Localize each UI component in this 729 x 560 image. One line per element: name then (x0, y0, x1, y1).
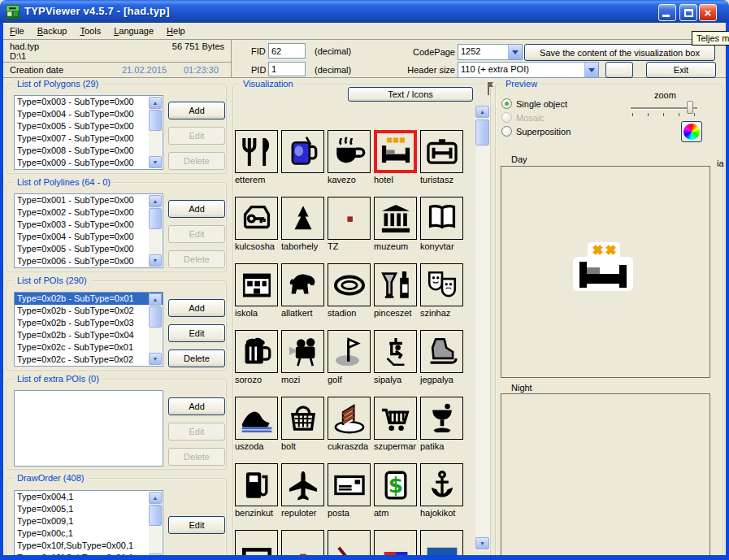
icon-atm[interactable]: $ (374, 463, 417, 506)
pois-listbox[interactable]: Type=0x02b - SubType=0x01Type=0x02b - Su… (14, 292, 163, 367)
icon-mug[interactable] (281, 130, 324, 173)
extra-pois-listbox[interactable] (14, 390, 163, 467)
scroll-up-button[interactable]: ▲ (475, 106, 489, 118)
menu-help[interactable]: Help (160, 24, 192, 38)
codepage-select[interactable]: 1252 (458, 44, 523, 60)
radio-superposition[interactable] (501, 126, 512, 137)
list-item[interactable]: Type=0x10f,SubType=0x00,1 (15, 540, 163, 552)
icon-repuloter[interactable] (281, 463, 324, 506)
add-button[interactable]: Add (168, 200, 225, 218)
add-button[interactable]: Add (168, 397, 225, 415)
scroll-down-button[interactable]: ▼ (149, 353, 162, 365)
icon-tz[interactable] (328, 197, 371, 240)
menu-tools[interactable]: Tools (73, 24, 107, 38)
list-item[interactable]: Type=0x02b - SubType=0x02 (15, 305, 163, 317)
list-item[interactable]: Type=0x002 - SubType=0x00 (15, 206, 163, 219)
delete-button[interactable]: Delete (168, 349, 225, 367)
icon-jegpalya[interactable] (420, 330, 463, 373)
scroll-thumb[interactable] (149, 306, 162, 328)
scroll-up-button[interactable]: ▲ (149, 195, 162, 207)
list-item[interactable]: Type=0x02b - SubType=0x01 (15, 293, 163, 305)
icon-sorozo[interactable] (235, 330, 278, 373)
icon-szinhaz[interactable] (420, 263, 463, 306)
menu-file[interactable]: File (3, 24, 31, 38)
scroll-down-button[interactable]: ▼ (149, 254, 162, 267)
icon-bolt[interactable] (281, 397, 324, 440)
list-item[interactable]: Type=0x00c,1 (15, 527, 163, 540)
chevron-down-icon[interactable] (508, 45, 522, 59)
icon-kavezo[interactable] (328, 130, 371, 173)
color-picker-button[interactable] (681, 121, 702, 142)
menu-backup[interactable]: Backup (31, 24, 74, 38)
list-item[interactable]: Type=0x001 - SubType=0x00 (15, 194, 163, 206)
chevron-down-icon[interactable] (584, 63, 598, 77)
icon-golf[interactable] (328, 330, 371, 373)
scroll-up-button[interactable]: ▲ (149, 492, 162, 504)
icon-konyvtar[interactable] (420, 197, 463, 240)
icon-patika[interactable] (420, 397, 463, 440)
headersize-extra-button[interactable] (605, 62, 633, 78)
icon-hajokikot[interactable] (420, 463, 463, 506)
list-item[interactable]: Type=0x02c - SubType=0x01 (15, 341, 163, 354)
fid-input[interactable] (268, 43, 306, 59)
scrollbar[interactable]: ▲▼ (149, 97, 162, 168)
headersize-select[interactable]: 110 (+ extra POI) (458, 62, 599, 78)
icon-benzinkut[interactable] (235, 463, 278, 506)
icon-uszoda[interactable] (235, 397, 278, 440)
pid-input[interactable] (268, 62, 306, 76)
scroll-thumb[interactable] (149, 505, 162, 526)
close-button[interactable]: × (699, 4, 717, 21)
list-item[interactable]: Type=0x008 - SubType=0x00 (15, 145, 163, 157)
icon-muzeum[interactable] (374, 197, 417, 240)
icon-posta[interactable] (328, 463, 371, 506)
icon-pinceszet[interactable] (374, 263, 417, 306)
minimize-button[interactable] (658, 4, 676, 21)
icon-mozi[interactable] (281, 330, 324, 373)
radio-single-object[interactable] (501, 98, 512, 109)
list-item[interactable]: Type=0x02b - SubType=0x03 (15, 317, 163, 329)
edit-button[interactable]: Edit (168, 516, 225, 534)
list-item[interactable]: Type=0x02b - SubType=0x04 (15, 329, 163, 341)
polygons-listbox[interactable]: Type=0x003 - SubType=0x00Type=0x004 - Su… (14, 95, 163, 170)
scroll-thumb[interactable] (149, 208, 162, 229)
scroll-down-button[interactable]: ▼ (149, 156, 162, 168)
list-item[interactable]: Type=0x004 - SubType=0x00 (15, 231, 163, 243)
menu-language[interactable]: Language (107, 24, 160, 38)
icon-allatkert[interactable] (281, 263, 324, 306)
list-item[interactable]: Type=0x004 - SubType=0x00 (15, 108, 163, 120)
list-item[interactable]: Type=0x009,1 (15, 515, 163, 527)
scrollbar[interactable]: ▲▼ (149, 195, 162, 267)
text-icons-toggle-button[interactable]: Text / Icons (348, 87, 473, 102)
scroll-up-button[interactable]: ▲ (149, 293, 162, 306)
draworder-listbox[interactable]: Type=0x004,1Type=0x005,1Type=0x009,1Type… (14, 490, 163, 560)
scroll-up-button[interactable]: ▲ (149, 97, 162, 109)
icon-szupermar[interactable] (374, 397, 417, 440)
icon-taborhely[interactable] (281, 197, 324, 240)
icon-iskola[interactable] (235, 263, 278, 306)
polylines-listbox[interactable]: Type=0x001 - SubType=0x00Type=0x002 - Su… (14, 193, 163, 268)
icon-kulcsosha[interactable] (235, 197, 278, 240)
list-item[interactable]: Type=0x004,1 (15, 491, 163, 503)
icon-turistasz[interactable] (420, 130, 463, 173)
list-item[interactable]: Type=0x007 - SubType=0x00 (15, 132, 163, 145)
icon-cukraszda[interactable] (328, 397, 371, 440)
add-button[interactable]: Add (168, 102, 225, 119)
icon-sipalya[interactable] (374, 330, 417, 373)
icon-etterem[interactable] (235, 130, 278, 173)
icon-hotel[interactable] (374, 130, 417, 173)
scroll-thumb[interactable] (149, 110, 162, 131)
list-item[interactable]: Type=0x005,1 (15, 503, 163, 515)
titlebar[interactable]: TYPViewer v4.5.7 - [had.typ] × (0, 0, 729, 23)
add-button[interactable]: Add (168, 299, 225, 317)
list-item[interactable]: Type=0x005 - SubType=0x00 (15, 120, 163, 132)
list-item[interactable]: Type=0x009 - SubType=0x00 (15, 157, 163, 169)
list-item[interactable]: Type=0x005 - SubType=0x00 (15, 243, 163, 255)
scrollbar[interactable]: ▲▼ (149, 492, 162, 560)
save-visualization-button[interactable]: Save the content of the visualization bo… (524, 44, 715, 61)
zoom-slider-handle[interactable] (687, 101, 693, 114)
list-item[interactable]: Type=0x003 - SubType=0x00 (15, 96, 163, 108)
maximize-button[interactable] (679, 4, 697, 21)
exit-button[interactable]: Exit (646, 62, 716, 78)
list-item[interactable]: Type=0x003 - SubType=0x00 (15, 219, 163, 231)
edit-button[interactable]: Edit (168, 324, 225, 342)
